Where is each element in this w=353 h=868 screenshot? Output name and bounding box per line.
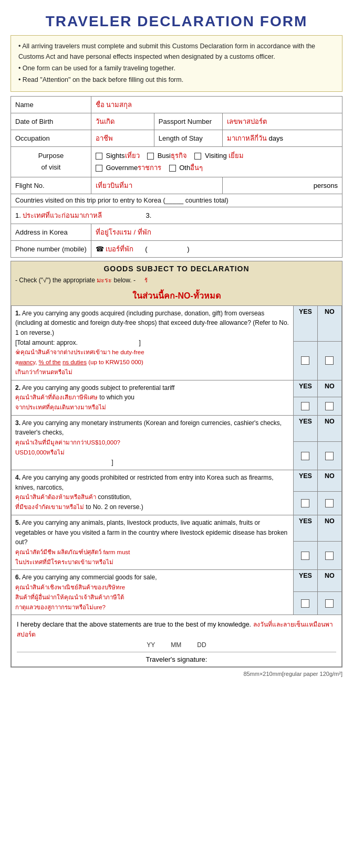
countries-row: Countries visited on this trip prior to … [11,194,342,207]
goods-q3-yes-cb[interactable] [293,441,317,470]
goods-q5-yes-cb[interactable] [293,542,317,570]
info-line3: • Read "Attention" on the back before fi… [18,75,335,85]
goods-items-table: 1. Are you carrying any goods acquired (… [11,305,342,616]
flight-persons: persons [222,177,342,194]
purpose-row: Purposeof visit Sightsเที่ยว Busiธุรกิจ … [11,147,342,177]
goods-q4-no-cb[interactable] [317,492,341,515]
traveler-signature: Traveler's signature: [17,652,336,663]
personal-info-table: Name ชื่อ นามสกุล Date of Birth วันเกิด … [11,96,342,258]
paper-size: 85mm×210mm[regular paper 120g/m²] [11,671,342,677]
name-row: Name ชื่อ นามสกุล [11,97,342,113]
mm-label: MM [171,641,181,649]
goods-q4-yes-cb[interactable] [293,492,317,515]
stay-label: Length of Stay [154,130,222,147]
goods-item-5-header: 5. Are you carrying any animals, plants,… [12,515,342,542]
goods-q1-yes-cb[interactable] [293,341,317,380]
dob-row: Date of Birth วันเกิด Passport Number เล… [11,113,342,130]
goods-q6-no-cb[interactable] [317,591,341,615]
goods-section: GOODS SUBJECT TO DECLARATION - Check ("√… [11,261,342,668]
other-checkbox[interactable] [169,165,176,172]
goods-q1-text: 1. Are you carrying any goods acquired (… [12,305,294,380]
phone-row: Phone number (mobile) ☎ เบอร์ที่พัก ( ) [11,240,342,257]
goods-item-4-header: 4. Are you carrying any goods prohibited… [12,470,342,492]
goods-q2-no-cb[interactable] [317,397,341,415]
info-line2: • One form can be used for a family trav… [18,63,335,73]
address-value: ที่อยู่โรงแรม / ที่พัก [91,224,342,240]
country-list: 1. ประเทศที่แวะก่อนมาเกาหลี 3. [11,207,342,224]
goods-q6-no-header: NO [317,570,341,591]
name-value: ชื่อ นามสกุล [91,97,342,113]
goods-q2-yes-header: YES [293,380,317,397]
goods-q5-no-cb[interactable] [317,542,341,570]
dob-label: Date of Birth [11,113,91,130]
flight-value: เที่ยวบินที่มา [91,177,222,194]
phone-value: ☎ เบอร์ที่พัก ( ) [91,240,342,257]
goods-q1-no-header: NO [317,305,341,341]
goods-item-6-header: 6. Are you carrying any commercial goods… [12,570,342,591]
sightseeing-checkbox[interactable] [96,153,102,160]
flight-row: Flight No. เที่ยวบินที่มา persons [11,177,342,194]
goods-q4-yes-header: YES [293,470,317,492]
info-line1: • All arriving travelers must complete a… [18,41,335,62]
goods-q1-yes-header: YES [293,305,317,341]
goods-q6-yes-header: YES [293,570,317,591]
name-label: Name [11,97,91,113]
stay-value: มาเกาหลีกี่วัน days [222,130,342,147]
goods-q4-text: 4. Are you carrying any goods prohibited… [12,470,294,515]
purpose-value: Sightsเที่ยว Busiธุรกิจ Visiting เยี่ยม … [91,147,342,177]
occupation-value: อาชีพ [91,130,154,147]
dd-label: DD [197,641,206,649]
goods-header: GOODS SUBJECT TO DECLARATION [11,261,342,274]
goods-no-header: ในส่วนนี้คก-NO-ทั้วหมด [11,288,342,305]
countries-label: Countries visited on this trip prior to … [11,194,342,207]
info-box: • All arriving travelers must complete a… [11,35,342,92]
country-list-row: 1. ประเทศที่แวะก่อนมาเกาหลี 3. [11,207,342,224]
visiting-checkbox[interactable] [194,153,201,160]
goods-q3-no-cb[interactable] [317,441,341,470]
signature-text: I hereby declare that the above statemen… [17,621,251,628]
goods-q5-no-header: NO [317,515,341,542]
goods-item-3-header: 3. Are you carrying any monetary instrum… [12,415,342,441]
address-row: Address in Korea ที่อยู่โรงแรม / ที่พัก [11,224,342,240]
occupation-row: Occupation อาชีพ Length of Stay มาเกาหลี… [11,130,342,147]
goods-item-1-header: 1. Are you carrying any goods acquired (… [12,305,342,341]
phone-label: Phone number (mobile) [11,240,91,257]
goods-q6-yes-cb[interactable] [293,591,317,615]
passport-label: Passport Number [154,113,222,130]
goods-q2-yes-cb[interactable] [293,397,317,415]
goods-q3-text: 3. Are you carrying any monetary instrum… [12,415,294,470]
goods-q3-yes-header: YES [293,415,317,441]
goods-item-2-header: 2. Are you carrying any goods subject to… [12,380,342,397]
goods-q5-yes-header: YES [293,515,317,542]
goods-q2-text: 2. Are you carrying any goods subject to… [12,380,294,415]
address-label: Address in Korea [11,224,91,240]
passport-value: เลขพาสปอร์ต [222,113,342,130]
goods-q1-no-cb[interactable] [317,341,341,380]
form-title: TRAVELER DECLARATION FORM [11,5,342,35]
goods-q5-text: 5. Are you carrying any animals, plants,… [12,515,294,570]
goods-q4-no-header: NO [317,470,341,492]
goods-subheader: - Check ("√") the appropriate มะระ below… [11,274,342,288]
goods-q6-text: 6. Are you carrying any commercial goods… [12,570,294,615]
signature-box: I hereby declare that the above statemen… [11,615,342,667]
dob-value: วันเกิด [91,113,154,130]
purpose-label: Purposeof visit [11,147,91,177]
goods-q3-no-header: NO [317,415,341,441]
business-checkbox[interactable] [147,153,154,160]
goods-no-text: ในส่วนนี้คก-NO-ทั้วหมด [13,289,340,302]
occupation-label: Occupation [11,130,91,147]
government-checkbox[interactable] [96,165,102,172]
goods-q2-no-header: NO [317,380,341,397]
flight-label: Flight No. [11,177,91,194]
yy-label: YY [147,641,155,649]
